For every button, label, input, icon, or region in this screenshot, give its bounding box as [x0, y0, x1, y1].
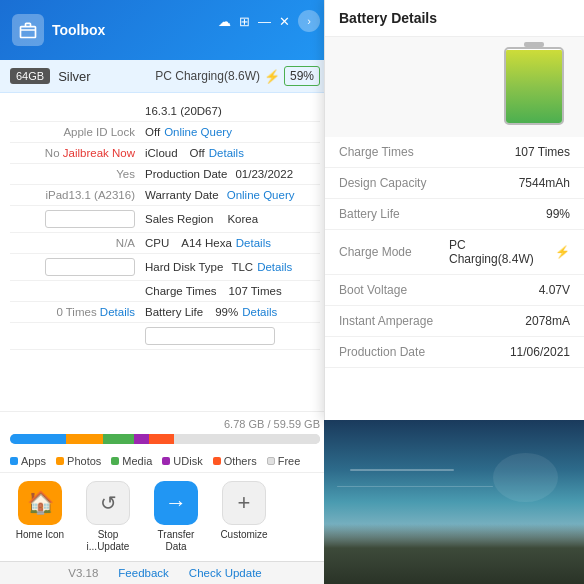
info-row-proddate: Yes Production Date 01/23/2022 — [10, 164, 320, 185]
legend-udisk: UDisk — [162, 455, 202, 467]
header-title: Toolbox — [52, 22, 105, 38]
warranty-label: Warranty Date — [145, 189, 219, 201]
warranty-link[interactable]: Online Query — [227, 189, 295, 201]
batt-label-ct: Charge Times — [339, 145, 449, 159]
cloud-icon[interactable]: ☁ — [218, 14, 231, 29]
sales-value: Korea — [227, 213, 258, 225]
info-value-appleid: Off Online Query — [145, 126, 320, 138]
batt-row-amperage: Instant Amperage 2078mA — [325, 306, 584, 337]
close-icon[interactable]: ✕ — [279, 14, 290, 29]
info-value-cpu: CPU A14 Hexa Details — [145, 237, 320, 249]
input-field-1[interactable] — [45, 210, 135, 228]
batt-row-life: Battery Life 99% — [325, 199, 584, 230]
jailbreak-link[interactable]: Jailbreak Now — [63, 147, 135, 159]
batt-label-dc: Design Capacity — [339, 176, 449, 190]
app-stop-update[interactable]: ↺ Stop i...Update — [78, 481, 138, 553]
legend-photos: Photos — [56, 455, 101, 467]
customize-symbol: + — [238, 490, 251, 516]
bar-media — [103, 434, 134, 444]
app-home[interactable]: 🏠 Home Icon — [10, 481, 70, 553]
battery-panel: Battery Details Charge Times 107 Times D… — [324, 0, 584, 420]
app-icon-home: 🏠 — [18, 481, 62, 525]
info-value-proddate: Production Date 01/23/2022 — [145, 168, 320, 180]
batt-value-mode: PC Charging(8.4W) ⚡ — [449, 238, 570, 266]
info-label-bl: 0 Times Details — [10, 306, 145, 318]
info-row-jailbreak: No Jailbreak Now iCloud Off Details — [10, 143, 320, 164]
info-value-warranty: Warranty Date Online Query — [145, 189, 320, 201]
ios-version: 16.3.1 (20D67) — [145, 105, 222, 117]
zero-times-details[interactable]: Details — [100, 306, 135, 318]
device-bar: 64GB Silver PC Charging(8.6W) ⚡ 59% — [0, 60, 330, 93]
appleid-off: Off — [145, 126, 160, 138]
circle-btn[interactable]: › — [298, 10, 320, 32]
info-value-icloud: iCloud Off Details — [145, 147, 320, 159]
legend-dot-media — [111, 457, 119, 465]
hdd-details-link[interactable]: Details — [257, 261, 292, 273]
battery-percent: 59% — [284, 66, 320, 86]
app-transfer[interactable]: → Transfer Data — [146, 481, 206, 553]
info-label-proddate: Yes — [10, 168, 145, 180]
prod-value: 01/23/2022 — [235, 168, 293, 180]
version-label: V3.18 — [68, 567, 98, 579]
apps-grid: 🏠 Home Icon ↺ Stop i...Update → Transfer… — [0, 472, 330, 561]
toolbox-icon — [12, 14, 44, 46]
cpu-value: A14 Hexa — [181, 237, 232, 249]
info-value: 16.3.1 (20D67) — [145, 105, 320, 117]
lightning-icon: ⚡ — [264, 69, 280, 84]
bar-free — [174, 434, 320, 444]
check-update-link[interactable]: Check Update — [189, 567, 262, 579]
grid-icon[interactable]: ⊞ — [239, 14, 250, 29]
transfer-symbol: → — [165, 490, 187, 516]
appleid-query-link[interactable]: Online Query — [164, 126, 232, 138]
batt-label-amp: Instant Amperage — [339, 314, 449, 328]
input-field-3[interactable] — [145, 327, 275, 345]
batt-value-dc: 7544mAh — [519, 176, 570, 190]
info-label-model: iPad13.1 (A2316) — [10, 189, 145, 201]
photo-area — [324, 420, 584, 584]
info-grid: 16.3.1 (20D67) Apple ID Lock Off Online … — [0, 93, 330, 411]
bl-details-link[interactable]: Details — [242, 306, 277, 318]
legend-dot-udisk — [162, 457, 170, 465]
icloud-details-link[interactable]: Details — [209, 147, 244, 159]
app-icon-transfer: → — [154, 481, 198, 525]
legend-media: Media — [111, 455, 152, 467]
feedback-link[interactable]: Feedback — [118, 567, 169, 579]
input-field-2[interactable] — [45, 258, 135, 276]
storage-section: 6.78 GB / 59.59 GB — [0, 411, 330, 450]
stop-symbol: ↺ — [100, 491, 117, 515]
app-icon-customize: + — [222, 481, 266, 525]
hdd-value: TLC — [231, 261, 253, 273]
info-row-ios: 16.3.1 (20D67) — [10, 101, 320, 122]
bar-apps — [10, 434, 66, 444]
main-panel: Toolbox ☁ ⊞ — ✕ › 64GB Silver PC Chargin… — [0, 0, 330, 584]
info-row-chargetimes: Charge Times 107 Times — [10, 281, 320, 302]
legend-dot-others — [213, 457, 221, 465]
storage-bar — [10, 434, 320, 444]
bl-value: 99% — [215, 306, 238, 318]
batt-value-bl: 99% — [546, 207, 570, 221]
footer-bar: V3.18 Feedback Check Update — [0, 561, 330, 584]
app-icon-stop: ↺ — [86, 481, 130, 525]
device-name: Silver — [58, 69, 147, 84]
prod-label: Production Date — [145, 168, 227, 180]
legend-label-free: Free — [278, 455, 301, 467]
info-row-warranty: iPad13.1 (A2316) Warranty Date Online Qu… — [10, 185, 320, 206]
legend-free: Free — [267, 455, 301, 467]
info-label-appleid: Apple ID Lock — [10, 126, 145, 138]
cpu-details-link[interactable]: Details — [236, 237, 271, 249]
jailbreak-no: No — [45, 147, 60, 159]
minus-icon[interactable]: — — [258, 14, 271, 29]
info-label-jailbreak: No Jailbreak Now — [10, 147, 145, 159]
batt-row-voltage: Boot Voltage 4.07V — [325, 275, 584, 306]
info-row-cpu: N/A CPU A14 Hexa Details — [10, 233, 320, 254]
info-row-appleid: Apple ID Lock Off Online Query — [10, 122, 320, 143]
batt-row-charge-times: Charge Times 107 Times — [325, 137, 584, 168]
photo-highlight-1 — [350, 469, 454, 471]
ct-value: 107 Times — [229, 285, 282, 297]
sales-label: Sales Region — [145, 213, 213, 225]
legend-apps: Apps — [10, 455, 46, 467]
info-row-input-bottom — [10, 323, 320, 350]
lightning-mode-icon: ⚡ — [555, 245, 570, 259]
app-customize[interactable]: + Customize — [214, 481, 274, 553]
info-label-cpu-na: N/A — [10, 237, 145, 249]
